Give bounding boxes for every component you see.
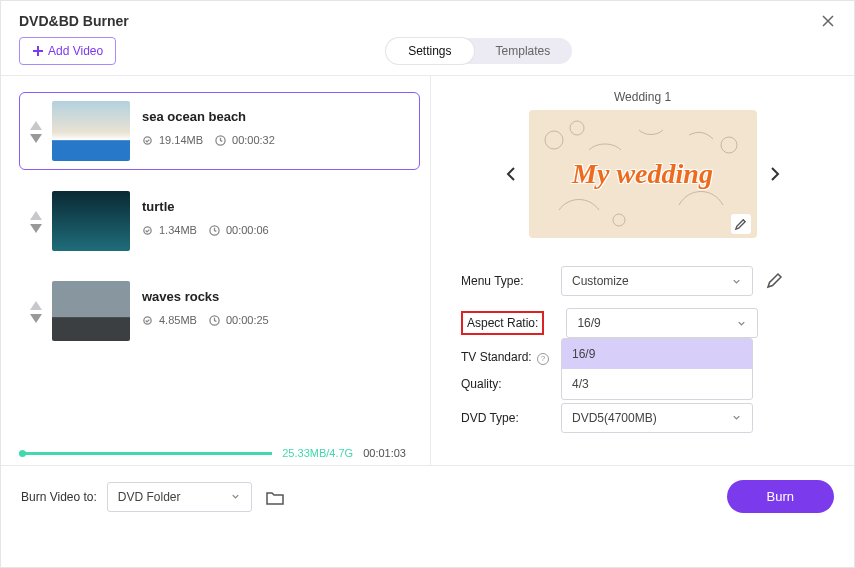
- aspect-ratio-dropdown: 16/9 4/3: [561, 338, 753, 400]
- aspect-ratio-select[interactable]: 16/9: [566, 308, 758, 338]
- template-overlay-text: My wedding: [572, 158, 713, 190]
- menu-type-label: Menu Type:: [461, 274, 561, 288]
- burn-to-label: Burn Video to:: [21, 490, 97, 504]
- tab-settings[interactable]: Settings: [386, 38, 473, 64]
- video-name: turtle: [142, 199, 269, 214]
- video-name: waves rocks: [142, 289, 269, 304]
- add-video-label: Add Video: [48, 44, 103, 58]
- clock-icon: [209, 315, 220, 326]
- burn-button[interactable]: Burn: [727, 480, 834, 513]
- add-video-button[interactable]: Add Video: [19, 37, 116, 65]
- video-size: 1.34MB: [159, 224, 197, 236]
- svg-point-5: [721, 137, 737, 153]
- menu-type-value: Customize: [572, 274, 629, 288]
- move-down-icon[interactable]: [30, 224, 42, 233]
- help-icon[interactable]: ?: [537, 353, 549, 365]
- video-size: 4.85MB: [159, 314, 197, 326]
- burn-to-value: DVD Folder: [118, 490, 181, 504]
- size-icon: [142, 135, 153, 146]
- move-up-icon[interactable]: [30, 301, 42, 310]
- capacity-bar: [19, 452, 272, 455]
- video-thumbnail: [52, 191, 130, 251]
- move-down-icon[interactable]: [30, 314, 42, 323]
- move-up-icon[interactable]: [30, 121, 42, 130]
- chevron-down-icon: [736, 318, 747, 329]
- chevron-down-icon: [731, 412, 742, 423]
- move-up-icon[interactable]: [30, 211, 42, 220]
- quality-label: Quality:: [461, 377, 561, 391]
- total-duration: 00:01:03: [363, 447, 406, 459]
- folder-icon[interactable]: [264, 486, 286, 508]
- chevron-down-icon: [731, 276, 742, 287]
- video-duration: 00:00:32: [232, 134, 275, 146]
- video-item[interactable]: waves rocks 4.85MB 00:00:25: [19, 272, 420, 350]
- edit-menu-icon[interactable]: [765, 272, 783, 290]
- tabs: Settings Templates: [386, 38, 572, 64]
- window-title: DVD&BD Burner: [19, 13, 129, 29]
- clock-icon: [209, 225, 220, 236]
- aspect-ratio-value: 16/9: [577, 316, 600, 330]
- svg-point-3: [545, 131, 563, 149]
- clock-icon: [215, 135, 226, 146]
- svg-point-4: [570, 121, 584, 135]
- burn-to-select[interactable]: DVD Folder: [107, 482, 252, 512]
- video-size: 19.14MB: [159, 134, 203, 146]
- video-item[interactable]: turtle 1.34MB 00:00:06: [19, 182, 420, 260]
- size-icon: [142, 225, 153, 236]
- pencil-icon: [734, 218, 747, 231]
- dvd-type-value: DVD5(4700MB): [572, 411, 657, 425]
- move-down-icon[interactable]: [30, 134, 42, 143]
- dvd-type-select[interactable]: DVD5(4700MB): [561, 403, 753, 433]
- edit-template-button[interactable]: [731, 214, 751, 234]
- video-thumbnail: [52, 281, 130, 341]
- capacity-label: 25.33MB/4.7G: [282, 447, 353, 459]
- aspect-ratio-option[interactable]: 4/3: [562, 369, 752, 399]
- chevron-down-icon: [230, 491, 241, 502]
- close-icon[interactable]: [820, 13, 836, 29]
- menu-type-select[interactable]: Customize: [561, 266, 753, 296]
- video-name: sea ocean beach: [142, 109, 275, 124]
- template-name: Wedding 1: [461, 90, 824, 104]
- tv-standard-label: TV Standard: ?: [461, 350, 561, 365]
- aspect-ratio-option[interactable]: 16/9: [562, 339, 752, 369]
- size-icon: [142, 315, 153, 326]
- next-template-icon[interactable]: [765, 165, 783, 183]
- tab-templates[interactable]: Templates: [474, 38, 573, 64]
- aspect-ratio-label: Aspect Ratio:: [461, 311, 544, 335]
- plus-icon: [32, 45, 44, 57]
- template-preview[interactable]: My wedding: [529, 110, 757, 238]
- svg-point-6: [613, 214, 625, 226]
- tv-standard-text: TV Standard:: [461, 350, 532, 364]
- dvd-type-label: DVD Type:: [461, 411, 561, 425]
- prev-template-icon[interactable]: [503, 165, 521, 183]
- video-list: sea ocean beach 19.14MB 00:00:32 turt: [19, 92, 420, 447]
- video-duration: 00:00:06: [226, 224, 269, 236]
- video-thumbnail: [52, 101, 130, 161]
- video-duration: 00:00:25: [226, 314, 269, 326]
- video-item[interactable]: sea ocean beach 19.14MB 00:00:32: [19, 92, 420, 170]
